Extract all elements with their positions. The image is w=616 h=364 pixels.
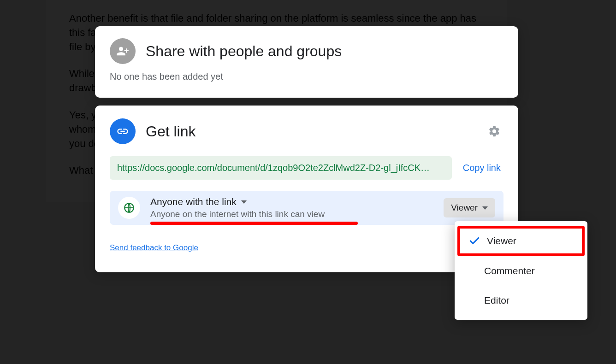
send-feedback-link[interactable]: Send feedback to Google — [110, 243, 198, 252]
access-text-group: Anyone with the link Anyone on the inter… — [150, 196, 444, 219]
link-row: https://docs.google.com/document/d/1zqob… — [110, 156, 503, 180]
getlink-title-wrap: Get link — [110, 118, 195, 144]
doc-text-line: file by — [69, 41, 95, 53]
role-dropdown-label: Viewer — [451, 203, 478, 213]
role-dropdown-menu: Viewer Commenter Editor — [455, 221, 587, 320]
share-subtitle: No one has been added yet — [110, 71, 503, 82]
share-header: Share with people and groups — [110, 38, 503, 64]
link-icon — [110, 118, 136, 144]
link-access-row: Anyone with the link Anyone on the inter… — [110, 191, 503, 225]
check-icon — [468, 235, 487, 247]
doc-text-line: While — [69, 68, 95, 79]
settings-button[interactable] — [485, 122, 503, 141]
share-title: Share with people and groups — [146, 43, 342, 60]
doc-text-line: What — [69, 164, 93, 176]
getlink-title: Get link — [146, 123, 195, 140]
access-description: Anyone on the internet with this link ca… — [150, 209, 444, 219]
chevron-down-icon — [241, 200, 247, 204]
role-option-editor[interactable]: Editor — [455, 286, 587, 315]
public-access-icon — [118, 197, 140, 219]
annotation-underline — [150, 222, 358, 225]
person-add-icon — [110, 38, 136, 64]
dropdown-item-label: Commenter — [484, 265, 535, 276]
getlink-header: Get link — [110, 118, 503, 144]
share-url-box[interactable]: https://docs.google.com/document/d/1zqob… — [110, 156, 452, 180]
dropdown-item-label: Viewer — [487, 235, 516, 247]
share-people-card: Share with people and groups No one has … — [95, 26, 518, 98]
access-scope-label: Anyone with the link — [150, 196, 237, 207]
access-scope-dropdown[interactable]: Anyone with the link — [150, 196, 444, 207]
dropdown-item-label: Editor — [484, 295, 509, 306]
chevron-down-icon — [482, 206, 488, 210]
role-option-viewer[interactable]: Viewer — [457, 226, 585, 256]
role-option-commenter[interactable]: Commenter — [455, 256, 587, 286]
doc-text-line: drawb — [69, 82, 97, 94]
copy-link-button[interactable]: Copy link — [460, 158, 503, 178]
role-dropdown-button[interactable]: Viewer — [444, 198, 495, 217]
globe-icon — [123, 202, 135, 214]
gear-icon — [488, 125, 501, 138]
